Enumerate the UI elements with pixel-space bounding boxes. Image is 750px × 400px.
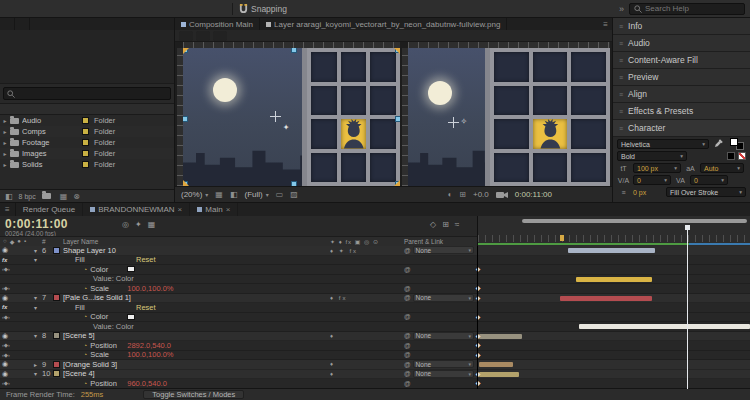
layer-duration-track[interactable] (477, 246, 750, 255)
kerning-select[interactable]: 0▾ (633, 175, 671, 185)
property-value[interactable]: Reset (136, 303, 156, 312)
channel-select-icon[interactable]: ◐ (447, 190, 452, 199)
fill-black-swatch[interactable] (727, 152, 735, 160)
parent-select[interactable]: None▾ (413, 294, 474, 302)
layer-name-cell[interactable]: ◔ Color (63, 265, 330, 274)
timeline-ruler-area[interactable] (477, 216, 750, 246)
layer-duration-bar[interactable] (568, 248, 655, 253)
layer-duration-track[interactable]: ◆◆ (477, 379, 750, 388)
layer-switches[interactable]: ♦ (330, 361, 404, 367)
fill-over-stroke-select[interactable]: Fill Over Stroke▾ (666, 187, 746, 197)
viewer-timecode[interactable]: 0:00:11:00 (515, 190, 552, 199)
interpret-footage-icon[interactable]: ◧ (5, 192, 13, 201)
layer-duration-track[interactable]: ◆ (477, 313, 750, 322)
help-search-input[interactable]: Search Help (629, 3, 745, 15)
switches-header[interactable]: ✦ ♦ fx ▣ ◎ ⊙ (330, 238, 404, 245)
keyframe-icon[interactable]: ◆ (476, 351, 481, 361)
panel-header[interactable]: ≡ Preview (613, 69, 750, 86)
layer-duration-track[interactable] (477, 303, 750, 312)
timeline-row[interactable]: ◉ fx ‹◆› ▸ 9 ◔ [Orange Solid 3] ♦ (0, 360, 750, 370)
keyframe-icon[interactable]: ◆ (476, 341, 481, 351)
pick-whip-icon[interactable]: @ (404, 370, 411, 377)
draft-3d-icon[interactable]: ✦ (135, 220, 142, 229)
mask-visibility-icon[interactable]: ◧ (230, 190, 238, 199)
twirl-icon[interactable]: ▾ (34, 332, 42, 339)
pick-whip-icon[interactable]: @ (404, 285, 411, 292)
toggle-switches-modes-button[interactable]: Toggle Switches / Modes (143, 390, 244, 399)
timeline-row[interactable]: ◉ fx ‹◆› ◔ Color @ (0, 313, 750, 323)
selection-handle[interactable] (292, 48, 296, 52)
layer-name-cell[interactable]: ◔ Color (63, 312, 330, 321)
character-panel-header[interactable]: ≡ Character (613, 120, 750, 137)
composition-view-right[interactable]: ✧ (402, 42, 610, 186)
timeline-row[interactable]: ◉ fx ‹◆› ▾ 10 ◔ [Scene 4] ♦ @ (0, 370, 750, 380)
delete-icon[interactable]: ⊗ (73, 192, 80, 201)
region-of-interest-icon[interactable]: ▭ (276, 190, 284, 199)
parent-link-cell[interactable]: @ None▾ (404, 332, 477, 340)
composition-canvas[interactable]: ✧ (408, 48, 610, 186)
layer-duration-track[interactable]: ◆◆ (477, 332, 750, 341)
timeline-row[interactable]: ◉ fx ‹◆› ▾ 8 ◔ [Scene 5] ♦ @ (0, 332, 750, 342)
av-feature-cell[interactable]: ◉ fx ‹◆› (0, 370, 34, 378)
video-column-icon[interactable]: ○ (3, 238, 7, 245)
twirl-icon[interactable]: ▾ (34, 294, 42, 301)
pick-whip-icon[interactable]: @ (404, 313, 411, 320)
composition-mini-flowchart-icon[interactable]: ◎ (122, 220, 129, 229)
keyframe-icon[interactable]: ◆ (476, 313, 481, 323)
current-timecode[interactable]: 0:00:11:00 (5, 217, 68, 231)
label-color-swatch[interactable] (53, 247, 60, 254)
parent-link-cell[interactable]: @ ▾ (404, 313, 477, 320)
layer-name-cell[interactable]: ◔ Scale 100.0,100.0% (63, 350, 330, 359)
property-value[interactable]: 2892.0,540.0 (127, 341, 171, 350)
layer-anchor-crosshair[interactable] (448, 117, 459, 128)
timeline-row[interactable]: ◉ fx ‹◆› ◔ Position 2892.0,540.0 (0, 341, 750, 351)
project-item-row[interactable]: ▸ Solids Folder (0, 159, 174, 170)
timeline-tab[interactable]: BRANDONNEWMAN × (83, 203, 190, 216)
panel-header[interactable]: ≡ Effects & Presets (613, 103, 750, 120)
parent-link-cell[interactable]: @ ▾ (404, 285, 477, 292)
timeline-tab[interactable]: Render Queue × (16, 203, 83, 216)
property-color-swatch[interactable] (127, 266, 135, 272)
composition-mini-tab[interactable] (196, 31, 210, 41)
layer-name-header[interactable]: Layer Name (63, 238, 330, 245)
time-navigator-bar[interactable] (522, 219, 747, 223)
label-color-swatch[interactable] (82, 139, 89, 146)
av-feature-cell[interactable]: ◉ fx ‹◆› (0, 266, 34, 272)
transparency-grid-icon[interactable]: ▨ (290, 190, 298, 199)
panel-tab[interactable] (15, 18, 30, 30)
effect-enabled-icon[interactable]: fx (2, 257, 7, 263)
stopwatch-icon[interactable]: ◔ (83, 351, 87, 358)
project-item-row[interactable]: ▸ Footage Folder (0, 137, 174, 148)
timeline-row[interactable]: ◉ fx ‹◆› ▾ 6 ◔ Shape Layer 10 ♦ ✦ fx (0, 246, 750, 256)
twirl-icon[interactable]: ▸ (34, 361, 42, 368)
parent-select[interactable]: None▾ (413, 332, 474, 340)
visibility-eye-icon[interactable]: ◉ (2, 360, 8, 368)
layer-duration-track[interactable]: ◆ (477, 294, 750, 303)
keyframe-icon[interactable]: ◆ (476, 332, 481, 342)
new-composition-icon[interactable]: ▦ (60, 192, 68, 201)
parent-select[interactable]: None▾ (413, 360, 474, 368)
timeline-row[interactable]: ◉ fx ‹◆› ▾ ◔ Fill Reset @ (0, 303, 750, 313)
av-feature-cell[interactable]: ◉ fx ‹◆› (0, 257, 34, 263)
parent-link-cell[interactable]: @ None▾ (404, 294, 477, 302)
layer-name-cell[interactable]: ◔ Position 960.0,540.0 (63, 379, 330, 388)
property-value[interactable]: 100.0,100.0% (127, 350, 173, 359)
av-feature-cell[interactable]: ◉ fx ‹◆› (0, 314, 34, 320)
layer-switches[interactable]: ♦ ✦ fx (330, 247, 404, 254)
label-color-swatch[interactable] (53, 332, 60, 339)
eyedropper-icon[interactable] (712, 139, 725, 149)
layer-duration-bar[interactable] (560, 296, 652, 301)
resolution-select[interactable]: (Full)▾ (244, 190, 268, 199)
av-feature-cell[interactable]: ◉ fx ‹◆› (0, 285, 34, 291)
snapping-toggle[interactable]: Snapping (239, 4, 287, 14)
label-color-swatch[interactable] (82, 128, 89, 135)
label-color-swatch[interactable] (53, 361, 60, 368)
layer-switches[interactable]: ♦ fx (330, 295, 404, 301)
keyframe-navigator-icon[interactable]: ‹◆› (2, 285, 10, 291)
keyframe-navigator-icon[interactable]: ‹◆› (2, 266, 10, 272)
parent-select[interactable]: None▾ (413, 370, 474, 378)
stopwatch-icon[interactable]: ◔ (83, 285, 87, 292)
twirl-icon[interactable]: ▾ (34, 370, 42, 377)
layer-duration-track[interactable]: ◆◆ (477, 341, 750, 350)
visibility-eye-icon[interactable]: ◉ (2, 370, 8, 378)
